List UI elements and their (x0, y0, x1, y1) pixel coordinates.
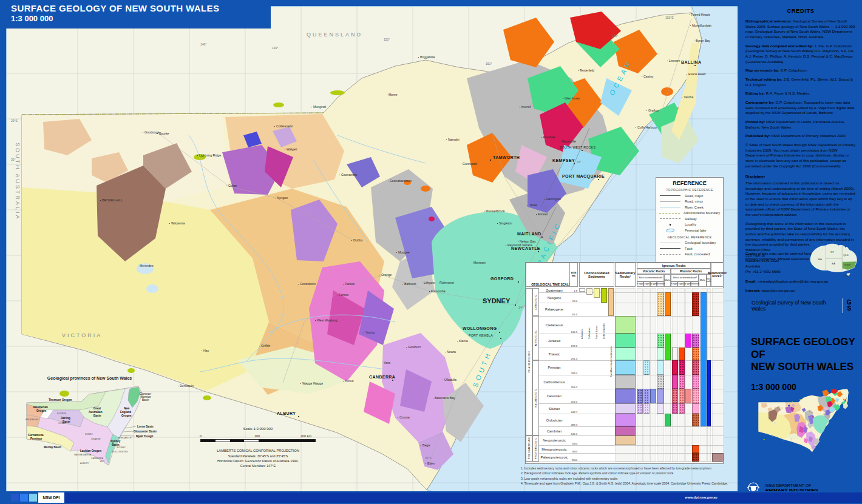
type-header: I-type (643, 281, 650, 287)
period-label: Quaternary (539, 288, 569, 292)
reference-legend: REFERENCE TOPOGRAPHIC REFERENCE Road, ma… (656, 177, 724, 263)
age-label: 542.0 (569, 432, 577, 435)
timescale-cell (672, 348, 678, 360)
igneous-header: Igneous Rocks (637, 263, 711, 269)
unconsolidated-column-label: Colluvium (588, 304, 591, 339)
age-label: 1.8 (569, 289, 577, 292)
era-band: PHANEROZOIC (526, 288, 532, 435)
timescale-cell (692, 375, 699, 389)
legend-row: Geological boundary (659, 240, 720, 246)
panel-title-line1: SURFACE GEOLOGY OF (751, 336, 857, 361)
timescale-cell (637, 389, 643, 403)
legend-label: Perennial lake (685, 229, 706, 232)
timescale-cell (601, 288, 607, 303)
footnote-line: 2. Background colour indicates rock age.… (521, 471, 730, 475)
timescale-cell (657, 375, 664, 389)
timescale-cell (672, 375, 678, 389)
panel-title-block: SURFACE GEOLOGY OF NEW SOUTH WALES 1:3 0… (751, 336, 857, 392)
timescale-cell (615, 348, 636, 360)
credit-paragraph: Technical editing by: J.E. Greenfield, P… (745, 77, 856, 87)
era-band: PALAEOZOIC (532, 360, 539, 435)
gsnsw-logo: G S (843, 298, 855, 313)
timescale-cell (615, 414, 636, 426)
timescale-cell (679, 348, 685, 360)
fault-line-icon (660, 248, 680, 249)
age-label: 488.3 (569, 423, 577, 426)
contact-line: Internet: www.dpi.nsw.gov.au (745, 288, 858, 294)
age-label: 145.5 (569, 331, 577, 334)
legend-label: River, Creek (685, 206, 704, 209)
admin-symbol (659, 213, 680, 213)
aus-state-label: Tas. (844, 274, 849, 277)
age-label: 65.5 (569, 313, 577, 316)
unconsolidated-column-label: Alluvium (580, 304, 583, 339)
gsnsw-label: Geological Survey of New South Wales (752, 300, 839, 312)
timescale-cell (615, 426, 636, 435)
dept-line1: NSW DEPARTMENT OF (765, 483, 818, 488)
geo-boundary-symbol (659, 243, 681, 243)
contact-line: Email: mineralpublication.orders@dpi.nsw… (745, 279, 858, 284)
age-header: AGE Ma (569, 263, 578, 287)
timescale-cell (615, 403, 636, 414)
unconsolidated-column-label: Lake deposits (602, 304, 605, 339)
timescale-cell (679, 389, 685, 403)
credits-section: CREDITS Bibliographical reference: Geolo… (745, 7, 856, 172)
fault-symbol (659, 248, 681, 249)
locality-symbol (659, 224, 681, 226)
era-band: CENOZOIC (532, 288, 539, 316)
period-label: Neoproterozoic (539, 435, 569, 445)
map-scale-title: 1:3 000 000 (11, 14, 271, 23)
fault-concealed-line-icon (660, 254, 680, 255)
unconsolidated-header: Unconsolidated Sediments (579, 263, 614, 287)
legend-row: Perennial lake (659, 227, 720, 234)
credit-paragraph: Bibliographical reference: Geological Su… (745, 19, 856, 40)
period-label: Cambrian (539, 426, 569, 435)
unconsolidated-column-label: Sand dunes (595, 304, 598, 339)
period-label: Mesoproterozoic (539, 445, 569, 453)
scalebar-block: Scale 1:3 000 000 0 100 200 km LAMBERTS … (182, 427, 334, 468)
timescale-cell (692, 360, 699, 375)
timescale-cell (615, 360, 636, 375)
aus-state-label: NSW (844, 263, 851, 266)
credit-paragraph: Map surrounds by: G.P. Colquhoun. (745, 68, 856, 73)
timescale-cell (685, 389, 691, 403)
credit-paragraph: Printed by: NSW Department of Lands, Pan… (745, 119, 856, 130)
footer-square-3 (29, 494, 37, 502)
era-label: MESOZOIC (534, 330, 537, 346)
period-label: Neogene (539, 292, 569, 303)
period-label: Carboniferous (539, 375, 569, 389)
timescale-cell (692, 389, 699, 403)
plutonic-mafic-header: Mafic (699, 274, 707, 287)
legend-row: Road, major (659, 193, 720, 199)
timescale-cell (643, 403, 650, 414)
timescale-cell (637, 403, 643, 414)
projection-line: LAMBERTS CONICAL CONFORMAL PROJECTION (182, 448, 334, 454)
timescale-cell (679, 360, 685, 375)
panel-title-line2: NEW SOUTH WALES (751, 361, 857, 374)
timescale-cell (615, 316, 636, 334)
age-label: 299.0 (569, 372, 577, 375)
timescale-cell (643, 389, 650, 403)
scale-bar: 0 100 200 km (200, 439, 316, 442)
row-divider (526, 462, 724, 462)
km-200: 200 km (300, 434, 311, 438)
sedimentary-header: Sedimentary Rocks¹ (615, 263, 636, 287)
timescale-cell (657, 360, 664, 375)
timescale-cell (692, 348, 699, 360)
address-line: Australia (745, 264, 809, 269)
type-header: S-type (637, 281, 643, 287)
address-line: Ph: +61 2 4931 6666 (745, 269, 809, 275)
timescale-cell (657, 334, 664, 348)
legend-row: Railway (659, 216, 720, 222)
contact-block: Email: mineralpublication.orders@dpi.nsw… (745, 279, 858, 297)
timescale-cell (586, 288, 592, 295)
footer-bar: NSW DPI www.dpi.nsw.gov.au (0, 491, 862, 504)
type-header: Unknown (691, 281, 699, 287)
timescale-cell (679, 375, 685, 389)
plutonic-header: Plutonic Rocks (671, 269, 711, 274)
timescale-cell (712, 453, 724, 462)
period-label: Triassic (539, 348, 569, 360)
aus-state-label: QLD (843, 254, 849, 257)
period-label: Palaeoproterozoic (539, 453, 569, 462)
age-label: 199.6 (569, 344, 577, 348)
